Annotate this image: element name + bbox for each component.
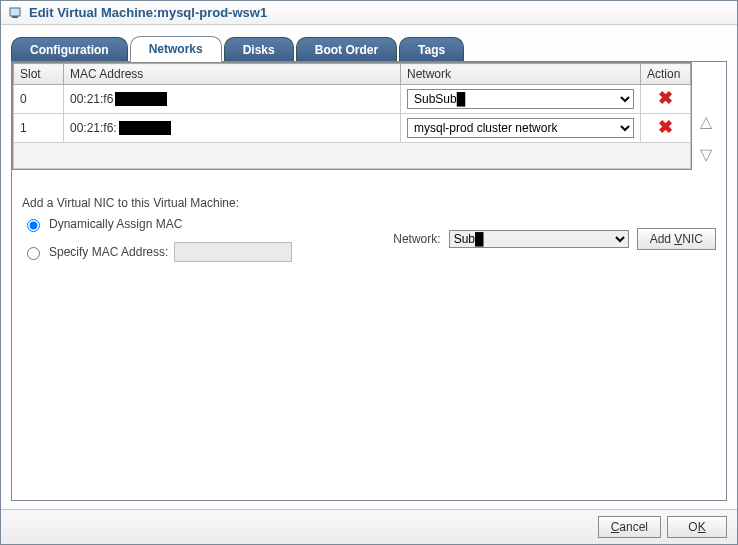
dialog-title: Edit Virtual Machine:mysql-prod-wsw1 — [29, 5, 267, 20]
tabstrip: Configuration Networks Disks Boot Order … — [1, 25, 737, 61]
mac-redacted — [115, 92, 167, 106]
cancel-button[interactable]: Cancel — [598, 516, 661, 538]
delete-icon[interactable]: ✖ — [658, 117, 673, 137]
move-down-icon[interactable]: ▽ — [700, 145, 712, 164]
networks-panel: Slot MAC Address Network Action 0 00:21:… — [11, 61, 727, 501]
add-nic-network-select[interactable]: Sub█ mysql-prod cluster network — [449, 230, 629, 248]
add-nic-section: Add a Virtual NIC to this Virtual Machin… — [12, 170, 726, 266]
mac-cell: 00:21:f6 — [64, 85, 401, 114]
mac-cell: 00:21:f6: — [64, 114, 401, 143]
radio-dynamic-input[interactable] — [27, 219, 40, 232]
svg-rect-0 — [10, 8, 20, 16]
col-slot-header: Slot — [14, 64, 64, 85]
tab-disks[interactable]: Disks — [224, 37, 294, 62]
network-cell: SubSub█ mysql-prod cluster network — [401, 85, 641, 114]
mac-prefix: 00:21:f6 — [70, 92, 113, 106]
radio-specify-input[interactable] — [27, 247, 40, 260]
slot-cell: 0 — [14, 85, 64, 114]
radio-dynamic-mac[interactable]: Dynamically Assign MAC — [22, 216, 292, 232]
slot-cell: 1 — [14, 114, 64, 143]
network-select[interactable]: Sub█ mysql-prod cluster network — [407, 118, 634, 138]
move-up-icon[interactable]: △ — [700, 112, 712, 131]
col-mac-header: MAC Address — [64, 64, 401, 85]
mac-prefix: 00:21:f6: — [70, 121, 117, 135]
ok-button[interactable]: OK — [667, 516, 727, 538]
network-label: Network: — [393, 232, 440, 246]
radio-specify-mac[interactable]: Specify MAC Address: — [22, 242, 292, 262]
nic-table-wrap: Slot MAC Address Network Action 0 00:21:… — [12, 62, 726, 170]
add-vnic-button[interactable]: Add VNIC — [637, 228, 716, 250]
network-select[interactable]: SubSub█ mysql-prod cluster network — [407, 89, 634, 109]
vm-icon — [9, 6, 23, 20]
nic-table: Slot MAC Address Network Action 0 00:21:… — [13, 63, 691, 169]
action-cell: ✖ — [641, 114, 691, 143]
edit-vm-dialog: Edit Virtual Machine:mysql-prod-wsw1 Con… — [0, 0, 738, 545]
action-cell: ✖ — [641, 85, 691, 114]
add-nic-heading: Add a Virtual NIC to this Virtual Machin… — [22, 196, 716, 210]
delete-icon[interactable]: ✖ — [658, 88, 673, 108]
svg-rect-1 — [12, 16, 18, 18]
table-empty-space — [14, 143, 691, 169]
dialog-titlebar: Edit Virtual Machine:mysql-prod-wsw1 — [1, 1, 737, 25]
dialog-footer: Cancel OK — [1, 509, 737, 544]
network-cell: Sub█ mysql-prod cluster network — [401, 114, 641, 143]
tab-tags[interactable]: Tags — [399, 37, 464, 62]
tab-networks[interactable]: Networks — [130, 36, 222, 62]
tab-configuration[interactable]: Configuration — [11, 37, 128, 62]
table-row[interactable]: 1 00:21:f6: Sub█ mysql-prod cluster netw… — [14, 114, 691, 143]
col-action-header: Action — [641, 64, 691, 85]
table-row[interactable]: 0 00:21:f6 SubSub█ mysql-prod cluster ne… — [14, 85, 691, 114]
specify-mac-field[interactable] — [174, 242, 292, 262]
add-nic-network-row: Network: Sub█ mysql-prod cluster network… — [393, 228, 716, 250]
reorder-arrows: △ ▽ — [692, 62, 720, 170]
mac-radio-group: Dynamically Assign MAC Specify MAC Addre… — [22, 216, 292, 262]
tab-boot-order[interactable]: Boot Order — [296, 37, 397, 62]
radio-dynamic-label: Dynamically Assign MAC — [49, 217, 182, 231]
nic-table-container: Slot MAC Address Network Action 0 00:21:… — [12, 62, 692, 170]
radio-specify-label: Specify MAC Address: — [49, 245, 168, 259]
mac-redacted — [119, 121, 171, 135]
col-network-header: Network — [401, 64, 641, 85]
